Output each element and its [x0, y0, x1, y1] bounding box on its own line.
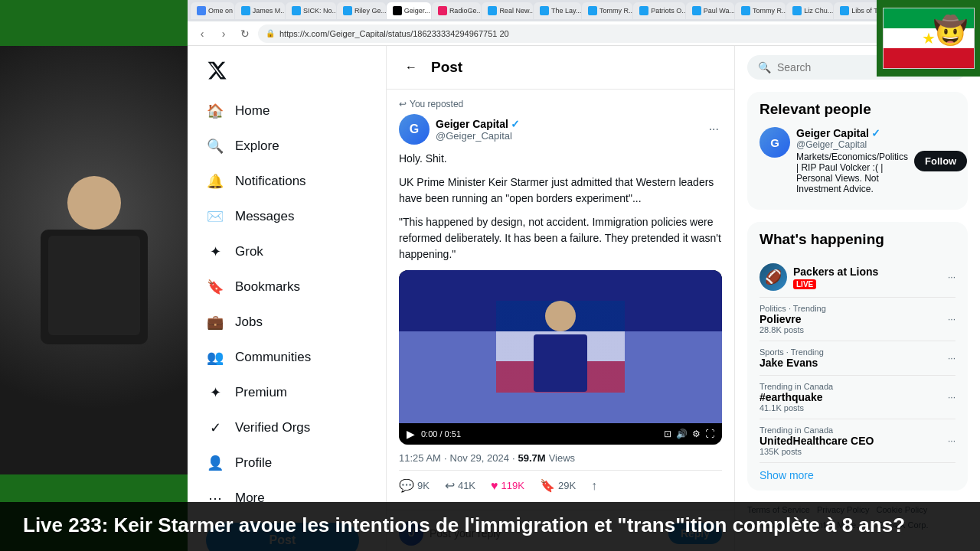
sidebar-item-home-label: Home	[235, 103, 270, 119]
trend-item-earthquake[interactable]: Trending in Canada #earthquake 41.1K pos…	[760, 376, 956, 419]
sidebar-item-notifications[interactable]: 🔔 Notifications	[197, 165, 377, 198]
messages-icon: ✉️	[206, 207, 224, 226]
live-badge: LIVE	[793, 279, 816, 289]
reload-button[interactable]: ↻	[237, 25, 253, 42]
trend-item-uhc[interactable]: Trending in Canada UnitedHealthcare CEO …	[760, 419, 956, 463]
earthquake-more-icon[interactable]: ···	[948, 392, 956, 403]
tab-13[interactable]: Liz Chu... ×	[786, 2, 833, 19]
flag-figure: 🤠	[933, 15, 968, 47]
sidebar-item-grok[interactable]: ✦ Grok	[197, 235, 377, 269]
sidebar-item-bookmarks-label: Bookmarks	[235, 279, 300, 295]
like-action[interactable]: ♥ 119K	[491, 478, 524, 493]
premium-icon: ✦	[206, 383, 224, 402]
trend-item-jake-evans[interactable]: Sports · Trending Jake Evans ···	[760, 341, 956, 376]
tab-6[interactable]: RadioGe... ×	[432, 2, 482, 19]
trend-item-sports[interactable]: 🏈 Packers at Lions LIVE ···	[760, 257, 956, 298]
sidebar-item-jobs-label: Jobs	[235, 315, 263, 330]
home-icon: 🏠	[206, 102, 224, 120]
url-bar[interactable]: 🔒 https://x.com/Geiger_Capital/status/18…	[258, 24, 934, 43]
bookmark-icon: 🔖	[540, 478, 555, 493]
tab-bar: Ome on × James M... × SICK: No... × Rile…	[188, 0, 980, 21]
tab-9[interactable]: Tommy R... ×	[582, 2, 632, 19]
tab-8[interactable]: The Lay... ×	[534, 2, 581, 19]
play-button[interactable]: ▶	[407, 428, 415, 440]
retweet-action[interactable]: ↩ 41K	[445, 478, 475, 493]
back-button[interactable]: ‹	[194, 25, 211, 42]
show-more-link[interactable]: Show more	[760, 469, 956, 481]
post-meta: 11:25 AM · Nov 29, 2024 · 59.7M Views	[399, 452, 722, 464]
sidebar-item-jobs[interactable]: 💼 Jobs	[197, 305, 377, 339]
polievre-more-icon[interactable]: ···	[948, 314, 956, 324]
explore-icon: 🔍	[206, 137, 224, 155]
tab-7[interactable]: Real New... ×	[482, 2, 533, 19]
grok-icon: ✦	[206, 243, 224, 261]
author-info: G Geiger Capital ✓ @Geiger_Capital	[399, 114, 520, 145]
sports-name: Packers at Lions	[793, 266, 878, 278]
repost-icon: ↩	[399, 99, 407, 109]
author-details: Geiger Capital ✓ @Geiger_Capital	[436, 118, 520, 142]
author-name: Geiger Capital ✓	[436, 118, 520, 130]
video-player[interactable]: ▶ 0:00 / 0:51 ⊡ 🔊 ⚙ ⛶	[399, 270, 722, 445]
post-text-2: UK Prime Minister Keir Starmer just admi…	[399, 174, 722, 207]
heart-icon: ♥	[491, 479, 498, 493]
x-logo[interactable]	[197, 54, 377, 90]
bookmark-action[interactable]: 🔖 29K	[540, 478, 576, 493]
avatar[interactable]: G	[399, 114, 430, 145]
sidebar-item-verified-orgs[interactable]: ✓ Verified Orgs	[197, 411, 377, 445]
tab-10[interactable]: Patriots O... ×	[633, 2, 685, 19]
video-icon-1[interactable]: ⊡	[664, 429, 671, 439]
banner-text: Live 233: Keir Starmer avoue les intenti…	[23, 513, 957, 539]
retweet-icon: ↩	[445, 478, 455, 493]
sports-row: 🏈 Packers at Lions LIVE	[760, 263, 878, 291]
follow-button[interactable]: Follow	[914, 151, 967, 171]
tab-2[interactable]: James M... ×	[235, 2, 285, 19]
jobs-icon: 💼	[206, 313, 224, 331]
sidebar-item-premium[interactable]: ✦ Premium	[197, 376, 377, 409]
post-body: ↩ You reposted G Geiger Capital ✓ @Geige…	[387, 90, 734, 510]
search-icon: 🔍	[758, 61, 771, 73]
uhc-name: UnitedHealthcare CEO	[760, 435, 948, 447]
communities-icon: 👥	[206, 348, 224, 367]
video-thumbnail	[399, 270, 722, 423]
main-area: 🏠 Home 🔍 Explore 🔔 Notifications ✉️ Mess…	[188, 46, 980, 551]
tab-11[interactable]: Paul Wa... ×	[686, 2, 734, 19]
trend-item-polievre[interactable]: Politics · Trending Polievre 28.8K posts…	[760, 298, 956, 341]
tab-3[interactable]: SICK: No... ×	[286, 2, 336, 19]
forward-button[interactable]: ›	[215, 25, 232, 42]
sidebar-item-communities[interactable]: 👥 Communities	[197, 341, 377, 374]
earthquake-category: Trending in Canada	[760, 382, 948, 391]
video-time: 0:00 / 0:51	[421, 429, 658, 439]
back-to-timeline-button[interactable]: ←	[399, 55, 423, 80]
tab-1[interactable]: Ome on ×	[191, 2, 234, 19]
volume-icon[interactable]: 🔊	[676, 429, 688, 439]
jake-evans-more-icon[interactable]: ···	[948, 353, 956, 364]
sidebar-item-grok-label: Grok	[235, 244, 263, 259]
sidebar-item-home[interactable]: 🏠 Home	[197, 94, 377, 128]
tab-5-active[interactable]: Geiger... ×	[387, 2, 431, 19]
sidebar-item-bookmarks[interactable]: 🔖 Bookmarks	[197, 270, 377, 304]
sports-more-icon[interactable]: ···	[948, 272, 956, 282]
polievre-count: 28.8K posts	[760, 325, 948, 334]
relevant-person-avatar[interactable]: G	[760, 127, 790, 158]
tab-4[interactable]: Riley Ge... ×	[337, 2, 386, 19]
earthquake-count: 41.1K posts	[760, 403, 948, 412]
sidebar-item-messages-label: Messages	[235, 209, 294, 224]
uhc-category: Trending in Canada	[760, 425, 948, 435]
sidebar-item-profile[interactable]: 👤 Profile	[197, 446, 377, 480]
settings-icon[interactable]: ⚙	[692, 429, 701, 439]
uhc-more-icon[interactable]: ···	[948, 435, 956, 446]
share-action[interactable]: ↑	[591, 478, 597, 493]
author-handle: @Geiger_Capital	[436, 130, 520, 142]
author-row: G Geiger Capital ✓ @Geiger_Capital ···	[399, 114, 722, 145]
bookmarks-icon: 🔖	[206, 278, 224, 296]
tab-14[interactable]: Libs of T... ×	[834, 2, 882, 19]
sidebar-item-explore[interactable]: 🔍 Explore	[197, 129, 377, 163]
comment-action[interactable]: 💬 9K	[399, 478, 430, 493]
sidebar-item-messages[interactable]: ✉️ Messages	[197, 200, 377, 233]
jake-evans-info: Sports · Trending Jake Evans	[760, 347, 948, 369]
post-options-button[interactable]: ···	[706, 119, 722, 139]
tab-12[interactable]: Tommy R... ×	[735, 2, 786, 19]
fullscreen-icon[interactable]: ⛶	[705, 429, 714, 439]
video-controls[interactable]: ▶ 0:00 / 0:51 ⊡ 🔊 ⚙ ⛶	[399, 423, 722, 445]
center-column: ← Post ↩ You reposted G Geiger Capital ✓	[387, 46, 735, 551]
